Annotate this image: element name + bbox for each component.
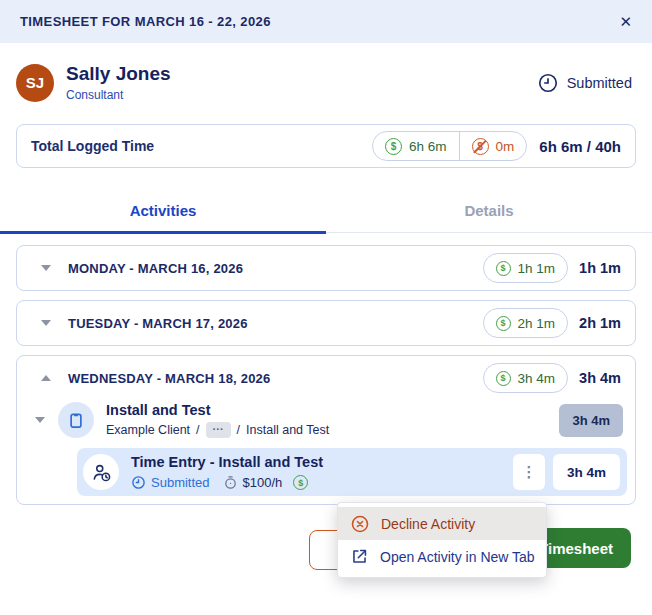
- tab-details[interactable]: Details: [326, 190, 652, 232]
- total-logged-time-bar: Total Logged Time $ 6h 6m $ 0m 6h 6m / 4…: [16, 124, 636, 168]
- day-card-monday: MONDAY - MARCH 16, 2026 $ 1h 1m 1h 1m: [16, 245, 636, 291]
- activity-title: Install and Test: [106, 402, 329, 418]
- billable-icon: $: [496, 316, 511, 331]
- entry-rate: $100/h: [223, 475, 283, 490]
- chevron-down-icon[interactable]: [41, 320, 51, 326]
- day-total-time: 3h 4m: [579, 370, 621, 386]
- billable-segment: $ 6h 6m: [373, 132, 459, 160]
- tab-bar: Activities Details: [0, 190, 652, 233]
- non-billable-segment: $ 0m: [459, 132, 527, 160]
- day-header-wednesday[interactable]: WEDNESDAY - MARCH 18, 2026 $ 3h 4m 3h 4m: [17, 356, 635, 400]
- billable-time: 6h 6m: [409, 139, 447, 154]
- modal-header: TIMESHEET FOR MARCH 16 - 22, 2026 ✕: [0, 0, 652, 43]
- time-entry-row[interactable]: Time Entry - Install and Test Submitted: [77, 448, 627, 496]
- billable-split-pill: $ 6h 6m $ 0m: [372, 131, 527, 161]
- day-label: MONDAY - MARCH 16, 2026: [68, 261, 243, 276]
- tab-activities[interactable]: Activities: [0, 190, 326, 232]
- clock-icon: [131, 475, 146, 490]
- circle-x-icon: [350, 514, 370, 534]
- breadcrumb: Example Client / ··· / Install and Test: [106, 422, 329, 438]
- billable-icon: $: [293, 475, 308, 490]
- day-header-tuesday[interactable]: TUESDAY - MARCH 17, 2026 $ 2h 1m 2h 1m: [17, 301, 635, 345]
- chevron-up-icon[interactable]: [41, 375, 51, 381]
- day-billable-pill: $ 3h 4m: [483, 363, 569, 393]
- context-menu: Decline Activity Open Activity in New Ta…: [337, 502, 547, 578]
- breadcrumb-separator: /: [237, 423, 240, 437]
- entry-rate-label: $100/h: [243, 475, 283, 490]
- day-label: WEDNESDAY - MARCH 18, 2026: [68, 371, 270, 386]
- day-billable-pill: $ 1h 1m: [483, 253, 569, 283]
- day-total-time: 2h 1m: [579, 315, 621, 331]
- non-billable-icon: $: [472, 138, 489, 155]
- avatar: SJ: [16, 64, 54, 102]
- activity-row[interactable]: Install and Test Example Client / ··· / …: [17, 400, 635, 448]
- user-summary: SJ Sally Jones Consultant Submitted: [0, 43, 652, 108]
- billable-icon: $: [496, 371, 511, 386]
- day-label: TUESDAY - MARCH 17, 2026: [68, 316, 248, 331]
- user-name: Sally Jones: [66, 63, 171, 85]
- time-entry-title: Time Entry - Install and Test: [131, 454, 323, 470]
- total-logged-time-label: Total Logged Time: [31, 138, 154, 154]
- menu-item-open-activity-new-tab[interactable]: Open Activity in New Tab: [338, 540, 546, 573]
- non-billable-time: 0m: [496, 139, 515, 154]
- menu-item-label: Decline Activity: [381, 516, 475, 532]
- chevron-down-icon[interactable]: [41, 265, 51, 271]
- day-card-wednesday: WEDNESDAY - MARCH 18, 2026 $ 3h 4m 3h 4m…: [16, 355, 636, 505]
- user-role: Consultant: [66, 88, 171, 102]
- entry-status-label: Submitted: [151, 475, 210, 490]
- modal-title: TIMESHEET FOR MARCH 16 - 22, 2026: [20, 14, 271, 29]
- chevron-down-icon[interactable]: [35, 417, 45, 423]
- kebab-menu-button[interactable]: ⋮: [513, 454, 545, 490]
- day-card-tuesday: TUESDAY - MARCH 17, 2026 $ 2h 1m 2h 1m: [16, 300, 636, 346]
- day-billable-time: 3h 4m: [518, 371, 556, 386]
- external-link-icon: [350, 547, 369, 566]
- billable-icon: $: [385, 138, 402, 155]
- clipboard-icon: [58, 402, 94, 438]
- breadcrumb-client[interactable]: Example Client: [106, 423, 190, 437]
- day-billable-time: 1h 1m: [518, 261, 556, 276]
- day-list: MONDAY - MARCH 16, 2026 $ 1h 1m 1h 1m TU…: [0, 233, 652, 505]
- breadcrumb-separator: /: [196, 423, 199, 437]
- billable-icon: $: [496, 261, 511, 276]
- timesheet-status: Submitted: [537, 72, 632, 94]
- status-label: Submitted: [567, 75, 632, 91]
- day-total-time: 1h 1m: [579, 260, 621, 276]
- menu-item-decline-activity[interactable]: Decline Activity: [338, 507, 546, 540]
- activity-duration-badge: 3h 4m: [559, 404, 623, 437]
- close-icon[interactable]: ✕: [619, 14, 632, 29]
- breadcrumb-ellipsis[interactable]: ···: [206, 422, 231, 438]
- day-billable-pill: $ 2h 1m: [483, 308, 569, 338]
- entry-duration-badge: 3h 4m: [553, 454, 620, 490]
- day-header-monday[interactable]: MONDAY - MARCH 16, 2026 $ 1h 1m 1h 1m: [17, 246, 635, 290]
- timesheet-modal: TIMESHEET FOR MARCH 16 - 22, 2026 ✕ SJ S…: [0, 0, 652, 615]
- day-billable-time: 2h 1m: [518, 316, 556, 331]
- rate-stopwatch-icon: [223, 475, 238, 490]
- total-vs-capacity: 6h 6m / 40h: [539, 138, 621, 155]
- breadcrumb-leaf[interactable]: Install and Test: [246, 423, 329, 437]
- entry-status: Submitted: [131, 475, 210, 490]
- user-clock-icon: [83, 454, 119, 490]
- clock-icon: [537, 72, 559, 94]
- menu-item-label: Open Activity in New Tab: [380, 549, 535, 565]
- billable-icon-wrap: $: [293, 475, 308, 490]
